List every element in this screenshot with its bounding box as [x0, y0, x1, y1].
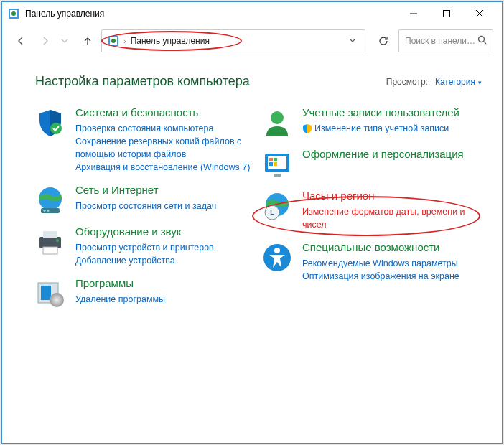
category-title[interactable]: Сеть и Интернет [75, 184, 255, 197]
header-row: Настройка параметров компьютера Просмотр… [35, 74, 482, 89]
svg-text:L: L [270, 209, 274, 216]
up-button[interactable] [78, 32, 97, 50]
view-dropdown[interactable]: Категория▾ [435, 77, 482, 87]
category-appearance: Оформление и персонализация [262, 148, 482, 179]
category-security: Система и безопасность Проверка состояни… [35, 106, 255, 174]
control-panel-icon [108, 35, 119, 47]
breadcrumb[interactable]: Панель управления [131, 36, 210, 46]
category-link[interactable]: Добавление устройства [75, 254, 255, 267]
svg-rect-4 [444, 11, 450, 17]
close-button[interactable] [463, 3, 496, 24]
address-dropdown[interactable] [346, 37, 359, 45]
category-title[interactable]: Специальные возможности [302, 241, 482, 255]
category-link[interactable]: Сохранение резервных копий файлов с помо… [75, 135, 255, 161]
category-link[interactable]: Архивация и восстановление (Windows 7) [75, 161, 255, 174]
category-link[interactable]: Изменение типа учетной записи [302, 122, 482, 135]
breadcrumb-sep: › [123, 37, 126, 45]
address-bar[interactable]: › Панель управления [101, 29, 365, 52]
svg-point-23 [50, 293, 64, 307]
category-link[interactable]: Рекомендуемые Windows параметры [302, 257, 482, 270]
svg-point-24 [271, 111, 284, 124]
svg-rect-30 [274, 162, 277, 166]
programs-icon [35, 278, 65, 309]
svg-rect-18 [43, 231, 57, 238]
appearance-icon [262, 149, 292, 179]
category-ease: Специальные возможности Рекомендуемые Wi… [262, 241, 482, 283]
svg-point-36 [274, 248, 280, 253]
right-col: Учетные записи пользователей Изменение т… [262, 106, 482, 319]
category-grid: Система и безопасность Проверка состояни… [35, 106, 482, 319]
category-link[interactable]: Просмотр устройств и принтеров [75, 241, 255, 254]
category-users: Учетные записи пользователей Изменение т… [262, 106, 482, 138]
category-link[interactable]: Проверка состояния компьютера [75, 122, 255, 135]
svg-line-11 [484, 42, 487, 44]
category-title[interactable]: Оформление и персонализация [302, 148, 482, 161]
svg-point-15 [44, 210, 46, 212]
category-title[interactable]: Оборудование и звук [75, 225, 255, 239]
search-placeholder: Поиск в панели у... [405, 36, 477, 46]
category-link[interactable]: Удаление программы [75, 293, 255, 306]
category-programs: Программы Удаление программы [35, 277, 255, 309]
svg-rect-28 [274, 158, 277, 161]
uac-shield-icon [302, 123, 312, 134]
globe-icon [35, 185, 65, 215]
svg-rect-22 [41, 286, 51, 300]
chevron-down-icon: ▾ [478, 79, 482, 86]
content: Настройка параметров компьютера Просмотр… [2, 57, 502, 319]
window-title: Панель управления [25, 9, 397, 19]
svg-point-20 [56, 239, 59, 242]
category-hardware: Оборудование и звук Просмотр устройств и… [35, 225, 255, 267]
svg-point-16 [47, 210, 50, 212]
window-controls [397, 3, 496, 24]
svg-rect-31 [274, 174, 281, 177]
category-title[interactable]: Программы [75, 277, 255, 291]
toolbar: › Панель управления Поиск в панели у... [2, 25, 502, 57]
category-network: Сеть и Интернет Просмотр состояния сети … [35, 184, 255, 215]
shield-icon [35, 108, 65, 138]
maximize-button[interactable] [430, 3, 463, 24]
svg-point-9 [111, 39, 116, 43]
titlebar: Панель управления [2, 2, 502, 25]
svg-point-12 [50, 123, 62, 134]
svg-rect-19 [43, 247, 57, 254]
clock-icon: L [262, 191, 292, 221]
category-title[interactable]: Часы и регион [302, 189, 482, 203]
user-icon [262, 108, 292, 138]
printer-icon [35, 227, 65, 257]
left-col: Система и безопасность Проверка состояни… [35, 106, 255, 319]
category-link[interactable]: Оптимизация изображения на экране [302, 270, 482, 283]
category-link[interactable]: Просмотр состояния сети и задач [75, 200, 255, 212]
control-panel-icon [8, 8, 19, 19]
page-title: Настройка параметров компьютера [35, 74, 386, 89]
svg-point-2 [11, 11, 16, 16]
window: Панель управления › Панель управления По… [1, 1, 503, 444]
accessibility-icon [262, 243, 292, 273]
category-title[interactable]: Система и безопасность [75, 106, 255, 120]
category-link[interactable]: Изменение форматов даты, времени и чисел [302, 205, 482, 231]
recent-dropdown[interactable] [60, 31, 70, 51]
svg-point-10 [479, 37, 485, 42]
search-icon [477, 35, 487, 47]
svg-rect-27 [269, 158, 273, 161]
search-input[interactable]: Поиск в панели у... [398, 29, 493, 52]
view-label: Просмотр: [386, 77, 428, 87]
category-title[interactable]: Учетные записи пользователей [302, 106, 482, 120]
category-clock: L Часы и регион Изменение форматов даты,… [262, 189, 482, 231]
back-button[interactable] [11, 31, 31, 51]
refresh-button[interactable] [373, 31, 394, 51]
forward-button[interactable] [35, 31, 55, 51]
svg-rect-29 [269, 162, 273, 166]
minimize-button[interactable] [397, 3, 430, 24]
